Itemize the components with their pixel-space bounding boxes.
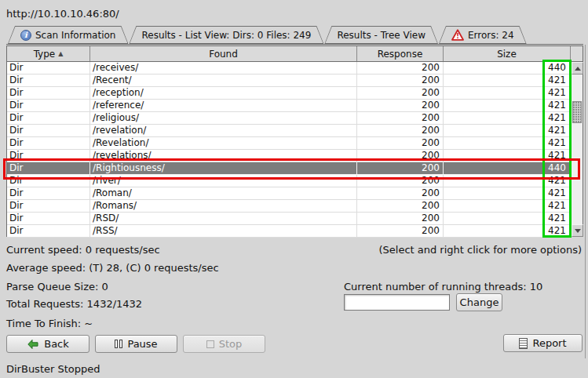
column-header-size[interactable]: Size bbox=[444, 46, 571, 61]
stop-button[interactable]: Stop bbox=[183, 335, 265, 353]
pause-icon bbox=[115, 340, 122, 348]
triangle-down-icon bbox=[575, 229, 581, 233]
cell-size: 421 bbox=[444, 150, 571, 162]
cell-found: /river/ bbox=[90, 175, 357, 187]
table-row[interactable]: Dir /receives/ 200 440 bbox=[7, 62, 571, 75]
tab-label: Scan Information bbox=[35, 30, 115, 41]
cell-response: 200 bbox=[357, 75, 444, 87]
tab-label: Results - List View: Dirs: 0 Files: 249 bbox=[141, 30, 311, 41]
cell-type: Dir bbox=[7, 75, 90, 87]
table-row[interactable]: Dir /revelations/ 200 421 bbox=[7, 150, 571, 162]
cell-type: Dir bbox=[7, 175, 90, 187]
cell-found: /reception/ bbox=[90, 87, 357, 100]
column-label: Found bbox=[209, 49, 238, 60]
cell-response: 200 bbox=[357, 213, 444, 225]
green-left-arrow-icon bbox=[27, 338, 39, 351]
column-header-response[interactable]: Response bbox=[357, 46, 444, 61]
cell-response: 200 bbox=[357, 200, 444, 213]
cell-size: 421 bbox=[444, 87, 571, 100]
table-row[interactable]: Dir /revelation/ 200 421 bbox=[7, 125, 571, 137]
cell-found: /RSD/ bbox=[90, 213, 357, 225]
table-row[interactable]: Dir /Roman/ 200 421 bbox=[7, 187, 571, 200]
svg-text:!: ! bbox=[456, 32, 459, 40]
cell-found: /Roman/ bbox=[90, 187, 357, 200]
table-row[interactable]: Dir /Recent/ 200 421 bbox=[7, 75, 571, 87]
cell-found: /Recent/ bbox=[90, 75, 357, 87]
pause-button[interactable]: Pause bbox=[95, 335, 177, 353]
table-row[interactable]: Dir /river/ 200 421 bbox=[7, 175, 571, 187]
tab-errors[interactable]: ! Errors: 24 bbox=[439, 26, 527, 44]
cell-found: /Romans/ bbox=[90, 200, 357, 213]
cell-size: 421 bbox=[444, 187, 571, 200]
cell-response: 200 bbox=[357, 125, 444, 137]
threads-input[interactable] bbox=[344, 294, 450, 311]
cell-found: /revelation/ bbox=[90, 125, 357, 137]
cell-response: 200 bbox=[357, 175, 444, 187]
table-row[interactable]: Dir /religious/ 200 421 bbox=[7, 112, 571, 125]
tab-results-tree-view[interactable]: Results - Tree View bbox=[324, 26, 438, 44]
table-row[interactable]: Dir /RSD/ 200 421 bbox=[7, 213, 571, 225]
cell-size: 421 bbox=[444, 75, 571, 87]
table-header: Type ▲ Found Response Size bbox=[7, 46, 583, 62]
cell-found: /RSS/ bbox=[90, 225, 357, 238]
cell-type: Dir bbox=[7, 87, 90, 100]
sort-ascending-icon: ▲ bbox=[58, 51, 63, 57]
table-row[interactable]: Dir /RSS/ 200 421 bbox=[7, 225, 571, 238]
panel-right-border bbox=[585, 45, 586, 358]
threads-count-label: Current number of running threads: 10 bbox=[344, 281, 542, 293]
cell-response: 200 bbox=[357, 137, 444, 150]
cell-response: 200 bbox=[357, 150, 444, 162]
tab-bar: i Scan Information Results - List View: … bbox=[8, 26, 528, 44]
table-row[interactable]: Dir /reference/ 200 421 bbox=[7, 100, 571, 112]
right-click-hint-text: (Select and right click for more options… bbox=[378, 244, 582, 256]
time-to-finish-text: Time To Finish: ~ bbox=[6, 318, 93, 329]
triangle-up-icon bbox=[575, 67, 581, 71]
cell-type: Dir bbox=[7, 150, 90, 162]
column-header-found[interactable]: Found bbox=[90, 46, 357, 61]
pause-button-label: Pause bbox=[127, 338, 157, 350]
scroll-down-button[interactable] bbox=[572, 224, 583, 237]
cell-type: Dir bbox=[7, 187, 90, 200]
vertical-scrollbar[interactable] bbox=[571, 62, 583, 237]
table-row[interactable]: Dir /Rightiousness/ 200 440 bbox=[7, 162, 571, 175]
cell-found: /religious/ bbox=[90, 112, 357, 125]
stop-button-label: Stop bbox=[219, 338, 243, 350]
table-row[interactable]: Dir /Romans/ 200 421 bbox=[7, 200, 571, 213]
scrollbar-thumb[interactable] bbox=[572, 101, 582, 123]
cell-response: 200 bbox=[357, 87, 444, 100]
cell-response: 200 bbox=[357, 187, 444, 200]
cell-response: 200 bbox=[357, 100, 444, 112]
cell-found: /reference/ bbox=[90, 100, 357, 112]
header-corner bbox=[571, 46, 583, 61]
current-speed-text: Current speed: 0 requests/sec bbox=[6, 244, 160, 256]
change-threads-button[interactable]: Change bbox=[456, 293, 502, 311]
cell-size: 421 bbox=[444, 175, 571, 187]
cell-type: Dir bbox=[7, 225, 90, 238]
tab-scan-information[interactable]: i Scan Information bbox=[8, 26, 128, 44]
cell-size: 421 bbox=[444, 100, 571, 112]
stop-square-icon bbox=[206, 340, 214, 348]
tab-results-list-view[interactable]: Results - List View: Dirs: 0 Files: 249 bbox=[129, 26, 323, 44]
table-row[interactable]: Dir /reception/ 200 421 bbox=[7, 87, 571, 100]
report-button[interactable]: Report bbox=[503, 334, 583, 352]
average-speed-text: Average speed: (T) 28, (C) 0 requests/se… bbox=[6, 262, 219, 274]
table-body: Dir /receives/ 200 440 Dir /Recent/ 200 … bbox=[7, 62, 571, 238]
cell-type: Dir bbox=[7, 213, 90, 225]
back-button-label: Back bbox=[44, 338, 69, 350]
table-row[interactable]: Dir /Revelation/ 200 421 bbox=[7, 137, 571, 150]
column-label: Size bbox=[497, 49, 517, 60]
cell-found: /Revelation/ bbox=[90, 137, 357, 150]
scroll-up-button[interactable] bbox=[572, 62, 583, 75]
cell-size: 421 bbox=[444, 200, 571, 213]
document-icon bbox=[519, 338, 528, 349]
target-url: http://10.10.10.46:80/ bbox=[6, 8, 119, 20]
column-header-type[interactable]: Type ▲ bbox=[7, 46, 90, 61]
cell-size: 421 bbox=[444, 125, 571, 137]
cell-size: 421 bbox=[444, 112, 571, 125]
info-icon: i bbox=[20, 30, 31, 41]
cell-size: 421 bbox=[444, 137, 571, 150]
back-button[interactable]: Back bbox=[6, 335, 89, 353]
cell-found: /revelations/ bbox=[90, 150, 357, 162]
cell-response: 200 bbox=[357, 162, 444, 175]
parse-queue-text: Parse Queue Size: 0 bbox=[6, 281, 108, 293]
